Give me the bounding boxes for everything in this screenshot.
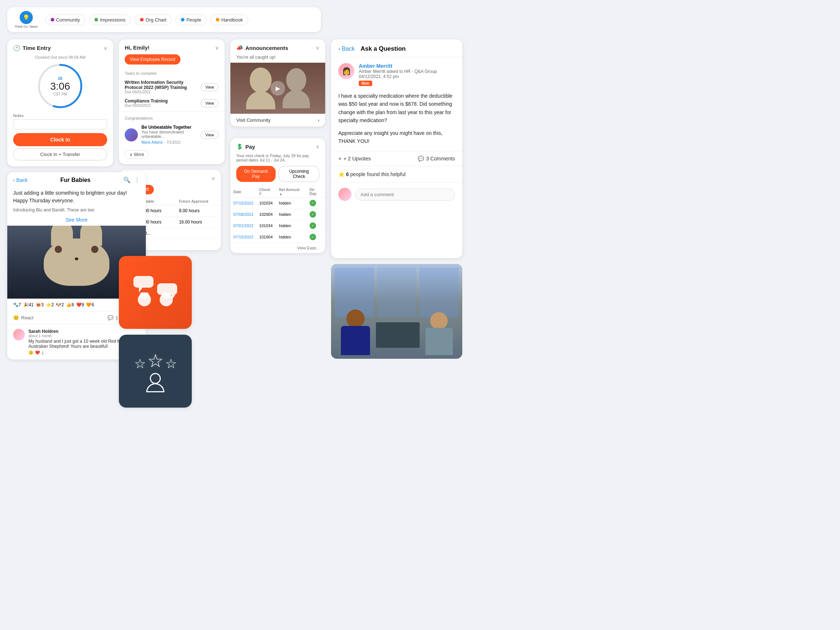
clock-in-transfer-button[interactable]: Clock In + Transfer — [13, 148, 107, 160]
ask-title: Ask a Question — [361, 45, 406, 52]
time-entry-title: 🕐 Time Entry — [13, 44, 51, 51]
chevron-down-icon: ∨ — [129, 152, 133, 157]
pay-icon: 💲 — [236, 143, 243, 150]
pay-amount-4: hidden — [276, 232, 306, 243]
asker-date: 04/12/2022, 4:52 pm — [359, 74, 437, 79]
reaction-orange-heart: 🧡6 — [86, 302, 94, 307]
nav-tab-community[interactable]: Community — [45, 14, 86, 25]
comments-button[interactable]: 💬 3 Comments — [418, 156, 455, 161]
asker-meta: Amber Merritt asked to HR - Q&A Group — [359, 69, 437, 74]
brand-logo: 💡 Think Co. News — [14, 11, 38, 28]
reaction-heart: ❤️9 — [76, 302, 84, 307]
pay-description: Your next check is Friday, July 29 for p… — [231, 153, 325, 166]
announce-image: ▶ — [231, 63, 325, 114]
task-view-button-1[interactable]: View — [201, 83, 219, 91]
pay-amount-2: hidden — [276, 209, 306, 220]
love-icon: 🙂 — [28, 351, 33, 355]
time-entry-card: 🕐 Time Entry ∨ Clocked Out since 08:59 A… — [7, 39, 113, 166]
comment-bubble-icon: 💬 — [418, 156, 424, 161]
on-demand-pay-button[interactable]: On Demand Pay — [236, 166, 276, 182]
time-entry-collapse[interactable]: ∨ — [104, 45, 107, 51]
upvote-button[interactable]: + + 2 Upvotes — [338, 156, 371, 161]
notes-input[interactable] — [13, 119, 107, 129]
react-icon: 🙂 — [13, 315, 19, 321]
fur-post-text: Just adding a little something to bright… — [7, 188, 146, 207]
nav-tab-org-chart[interactable]: Org Chart — [134, 14, 172, 25]
warehouse-image — [331, 264, 462, 359]
fur-babies-more-icon[interactable]: ⋮ — [134, 177, 140, 183]
pay-collapse[interactable]: ∨ — [316, 144, 319, 150]
fur-babies-actions: 🔍 ⋮ — [123, 177, 140, 183]
play-button[interactable]: ▶ — [270, 81, 285, 96]
pay-header: 💲 Pay ∨ — [231, 138, 325, 153]
check-mark-icon: ✓ — [309, 223, 316, 229]
love-icon-2: ❤️ — [35, 351, 40, 355]
asker-avatar: 👩 — [338, 63, 354, 79]
pay-amount-3: hidden — [276, 220, 306, 232]
future-1: 8.00 hours — [173, 205, 221, 216]
clocked-out-status: Clocked Out since 08:59 AM — [7, 55, 113, 62]
pay-card: 💲 Pay ∨ Your next check is Friday, July … — [231, 138, 325, 253]
pay-date-3[interactable]: 07/01/2022 — [231, 220, 256, 232]
view-expense-button[interactable]: View Expe... — [231, 243, 325, 253]
congrats-item: Be Unbeatable Together You have demonstr… — [119, 123, 224, 147]
nav-tab-people[interactable]: People — [175, 14, 206, 25]
more-button[interactable]: ∨ More — [125, 150, 149, 159]
congrats-view-button[interactable]: View — [201, 131, 219, 139]
emily-collapse[interactable]: ∨ — [215, 45, 219, 51]
fur-babies-back-button[interactable]: ‹ Back — [13, 177, 28, 183]
svg-marker-9 — [172, 295, 175, 300]
congrats-header: Congratulations — [119, 113, 224, 123]
announcements-collapse[interactable]: ∨ — [316, 45, 319, 51]
svg-marker-5 — [139, 287, 142, 292]
fur-babies-header: ‹ Back Fur Babies 🔍 ⋮ — [7, 172, 146, 188]
task-title-2: Compliance Training — [125, 98, 168, 104]
pay-dep-3: ✓ — [306, 220, 325, 232]
caught-up-text: You're all caught up! — [231, 55, 325, 63]
community-chat-icon — [132, 272, 179, 313]
announce-icon: 📣 — [236, 44, 243, 51]
pay-date-4[interactable]: 07/15/2022 — [231, 232, 256, 243]
see-more-button[interactable]: See More — [7, 215, 146, 226]
fur-babies-search-icon[interactable]: 🔍 — [123, 177, 131, 183]
time-off-collapse[interactable]: ∨ — [212, 175, 215, 181]
react-button[interactable]: 🙂 React — [13, 315, 33, 321]
task-due-1: Due 06/01/2022 — [125, 90, 201, 94]
pay-date-1[interactable]: 07/15/2022 — [231, 197, 256, 209]
ask-back-button[interactable]: ‹ Back — [338, 46, 355, 52]
comment-input[interactable] — [355, 188, 455, 201]
emily-header: Hi, Emily! ∨ — [119, 39, 224, 54]
ask-question-card: ‹ Back Ask a Question 👩 Amber Merritt Am… — [331, 39, 462, 258]
question-text: I have a specialty medication where the … — [331, 90, 462, 129]
pay-check-2: 102004 — [256, 209, 276, 220]
upcoming-check-button[interactable]: Upcoming Check — [278, 166, 319, 182]
pay-table: Date Check # Net Amount ▲ Dir Dep 07/15/… — [231, 186, 325, 243]
pay-date-2[interactable]: 07/08/2022 — [231, 209, 256, 220]
commenter-avatar — [338, 188, 352, 201]
future-2: 16.00 hours — [173, 216, 221, 228]
fur-babies-title: Fur Babies — [60, 177, 91, 183]
notes-label: Notes — [7, 114, 113, 118]
congrats-desc: You have demonstrated unbeatable... — [142, 130, 197, 139]
announcements-header: 📣 Announcements ∨ — [231, 39, 325, 55]
brand-name: Think Co. News — [14, 25, 38, 28]
nav-tab-handbook[interactable]: Handbook — [210, 14, 248, 25]
pay-col-date: Date — [231, 186, 256, 197]
view-employee-button[interactable]: View Employee Record — [125, 54, 180, 65]
table-row: 07/08/2022 102004 hidden ✓ — [231, 209, 325, 220]
reaction-paw: 🐾7 — [13, 302, 21, 307]
task-view-button-2[interactable]: View — [201, 99, 219, 107]
pay-dep-2: ✓ — [306, 209, 325, 220]
visit-community-row[interactable]: Visit Community › — [231, 114, 325, 126]
new-badge: New — [359, 81, 372, 86]
reply-name: Sarah Holdren — [28, 329, 140, 334]
nav-tab-impressions[interactable]: Impressions — [89, 14, 131, 25]
achievements-icon: ☆ ☆ ☆ — [134, 351, 177, 392]
reaction-thumbs: 👍8 — [66, 302, 74, 307]
emily-greeting: Hi, Emily! — [125, 44, 150, 51]
announcements-card: 📣 Announcements ∨ You're all caught up! — [231, 39, 325, 126]
svg-rect-8 — [157, 283, 177, 295]
reaction-cat: 😻3 — [36, 302, 44, 307]
helpful-row: ⭐ 6 people found this helpful — [331, 166, 462, 183]
clock-in-button[interactable]: Clock In — [13, 133, 107, 146]
